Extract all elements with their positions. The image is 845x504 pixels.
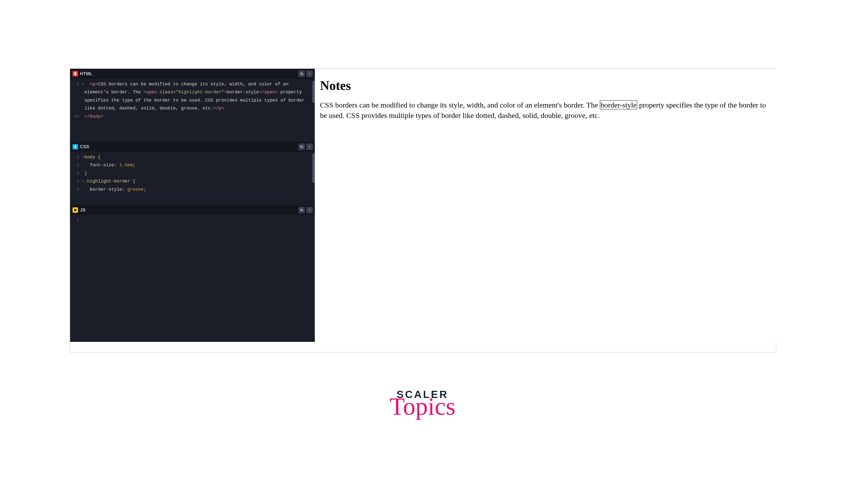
css-code-area[interactable]: 1▾body { 2 font-size: 1.5em; 3} 4▾.highl… bbox=[70, 152, 315, 195]
js-icon bbox=[73, 207, 78, 213]
css-collapse-button[interactable] bbox=[306, 144, 313, 150]
preview-pane: Notes CSS borders can be modified to cha… bbox=[315, 69, 776, 342]
html-code-area[interactable]: 9 ▾ <p>CSS borders can be modified to ch… bbox=[70, 79, 315, 122]
js-settings-button[interactable] bbox=[298, 207, 305, 213]
html-icon bbox=[73, 71, 78, 76]
line-number: 10 bbox=[70, 112, 82, 121]
css-panel: CSS 1▾body { 2 font-size: 1.5em; 3} 4▾.h… bbox=[70, 142, 315, 205]
js-panel-header: JS bbox=[70, 205, 315, 215]
css-scrollbar[interactable] bbox=[312, 153, 315, 183]
css-panel-title: CSS bbox=[80, 144, 89, 149]
logo-bottom-text: Topics bbox=[390, 394, 455, 419]
html-settings-button[interactable] bbox=[298, 71, 305, 77]
html-scrollbar[interactable] bbox=[312, 81, 315, 103]
html-panel: HTML 9 ▾ <p>CSS borders can be modified … bbox=[70, 69, 315, 142]
editor-panel: HTML 9 ▾ <p>CSS borders can be modified … bbox=[70, 69, 315, 342]
preview-paragraph: CSS borders can be modified to change it… bbox=[320, 100, 772, 121]
html-panel-header: HTML bbox=[70, 69, 315, 79]
app-frame: HTML 9 ▾ <p>CSS borders can be modified … bbox=[70, 68, 776, 353]
css-icon bbox=[73, 144, 78, 149]
js-panel: JS 1 bbox=[70, 205, 315, 226]
html-panel-title: HTML bbox=[80, 71, 92, 76]
highlight-border-span: border-style bbox=[600, 100, 637, 109]
scaler-topics-logo: SCALER Topics bbox=[390, 389, 455, 419]
js-code-area[interactable]: 1 bbox=[70, 215, 315, 226]
js-panel-title: JS bbox=[80, 208, 86, 213]
css-settings-button[interactable] bbox=[298, 144, 305, 150]
html-collapse-button[interactable] bbox=[306, 71, 313, 77]
css-panel-header: CSS bbox=[70, 142, 315, 152]
preview-heading: Notes bbox=[320, 78, 772, 93]
line-number: 9 bbox=[70, 80, 82, 112]
js-collapse-button[interactable] bbox=[306, 207, 313, 213]
